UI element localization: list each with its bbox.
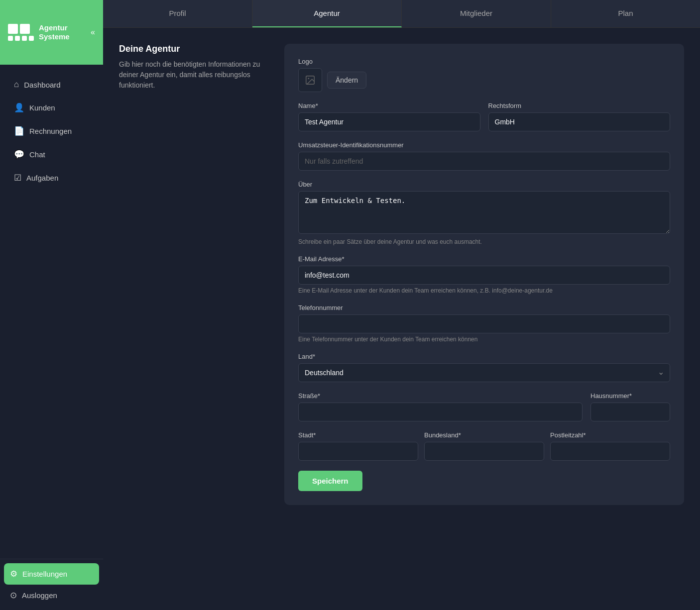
sidebar-item-label: Rechnungen: [29, 127, 72, 135]
page-title: Deine Agentur: [119, 44, 268, 54]
bundesland-label: Bundesland*: [424, 431, 544, 439]
save-button[interactable]: Speichern: [298, 471, 362, 491]
telefon-section: Telefonnummer Eine Telefonnummer unter d…: [298, 304, 670, 343]
telefon-label: Telefonnummer: [298, 304, 670, 311]
form-card: Logo Ändern Name*: [284, 44, 684, 505]
sidebar-item-rechnungen[interactable]: 📄 Rechnungen: [4, 120, 99, 142]
chat-icon: 💬: [14, 149, 24, 160]
ueber-textarea[interactable]: Zum Entwickeln & Testen.: [298, 191, 670, 234]
sidebar-nav: ⌂ Dashboard 👤 Kunden 📄 Rechnungen 💬 Chat…: [0, 65, 103, 559]
sidebar-item-einstellungen[interactable]: ⚙ Einstellungen: [4, 563, 99, 585]
sidebar-logo-area: Agentur Systeme «: [0, 0, 103, 65]
telefon-hint: Eine Telefonnummer unter der Kunden dein…: [298, 336, 670, 343]
tabs-bar: Profil Agentur Mitglieder Plan: [103, 0, 700, 28]
hausnummer-field-group: Hausnummer*: [590, 392, 670, 421]
bundesland-input[interactable]: [424, 442, 544, 461]
collapse-button[interactable]: «: [91, 28, 95, 37]
rechtsform-field-group: Rechtsform: [488, 102, 671, 131]
stadt-bundesland-plz-row: Stadt* Bundesland* Postleitzahl*: [298, 431, 670, 461]
postleitzahl-input[interactable]: [550, 442, 670, 461]
email-hint: Eine E-Mail Adresse unter der Kunden dei…: [298, 287, 670, 294]
land-select-wrapper: Deutschland Österreich Schweiz: [298, 363, 670, 382]
logo-sq-5: [22, 36, 27, 41]
rechtsform-label: Rechtsform: [488, 102, 671, 109]
sidebar-bottom: ⚙ Einstellungen ⊙ Ausloggen: [0, 559, 103, 610]
sidebar-item-label: Chat: [29, 150, 45, 159]
email-label: E-Mail Adresse*: [298, 255, 670, 263]
name-rechtsform-row: Name* Rechtsform: [298, 102, 670, 131]
page-content: Deine Agentur Gib hier noch die benötigt…: [103, 28, 700, 521]
logo-section: Logo Ändern: [298, 58, 670, 92]
name-input[interactable]: [298, 112, 480, 131]
name-field-group: Name*: [298, 102, 480, 131]
stadt-input[interactable]: [298, 442, 418, 461]
umsatzsteuer-section: Umsatzsteuer-Identifikationsnummer: [298, 141, 670, 171]
ausloggen-icon: ⊙: [10, 590, 17, 601]
sidebar-item-label: Einstellungen: [22, 570, 67, 578]
page-description-text: Gib hier noch die benötigten Information…: [119, 59, 268, 91]
land-select[interactable]: Deutschland Österreich Schweiz: [298, 363, 670, 382]
tab-agentur[interactable]: Agentur: [252, 0, 402, 27]
image-icon: [305, 75, 316, 86]
sidebar-item-aufgaben[interactable]: ☑ Aufgaben: [4, 167, 99, 189]
tab-plan[interactable]: Plan: [551, 0, 700, 27]
logo-text: Agentur Systeme: [39, 23, 70, 41]
tab-profil[interactable]: Profil: [103, 0, 252, 27]
email-section: E-Mail Adresse* Eine E-Mail Adresse unte…: [298, 255, 670, 294]
logo-sq-1: [8, 24, 18, 34]
strasse-field-group: Straße*: [298, 392, 583, 421]
name-label: Name*: [298, 102, 480, 109]
sidebar-item-label: Kunden: [29, 103, 55, 112]
hausnummer-label: Hausnummer*: [590, 392, 670, 400]
telefon-input[interactable]: [298, 314, 670, 333]
bundesland-field-group: Bundesland*: [424, 431, 544, 461]
logo-sq-6: [29, 36, 34, 41]
umsatzsteuer-label: Umsatzsteuer-Identifikationsnummer: [298, 141, 670, 149]
postleitzahl-field-group: Postleitzahl*: [550, 431, 670, 461]
ueber-section: Über Zum Entwickeln & Testen. Schreibe e…: [298, 181, 670, 245]
sidebar-item-ausloggen[interactable]: ⊙ Ausloggen: [4, 585, 99, 606]
strasse-label: Straße*: [298, 392, 583, 400]
email-input[interactable]: [298, 266, 670, 285]
tab-mitglieder[interactable]: Mitglieder: [402, 0, 551, 27]
dashboard-icon: ⌂: [14, 80, 19, 90]
svg-point-1: [308, 78, 309, 79]
logo-sq-4: [15, 36, 20, 41]
sidebar-item-label: Dashboard: [24, 81, 60, 89]
hausnummer-input[interactable]: [590, 403, 670, 421]
main-content: Profil Agentur Mitglieder Plan Deine Age…: [103, 0, 700, 610]
sidebar-item-chat[interactable]: 💬 Chat: [4, 143, 99, 166]
sidebar: Agentur Systeme « ⌂ Dashboard 👤 Kunden 📄…: [0, 0, 103, 610]
logo-change-button[interactable]: Ändern: [327, 72, 366, 89]
logo-placeholder: [298, 68, 322, 92]
kunden-icon: 👤: [14, 102, 24, 113]
logo-preview-area: Ändern: [298, 68, 670, 92]
stadt-field-group: Stadt*: [298, 431, 418, 461]
strasse-hausnummer-row: Straße* Hausnummer*: [298, 392, 670, 421]
land-section: Land* Deutschland Österreich Schweiz: [298, 353, 670, 382]
einstellungen-icon: ⚙: [10, 569, 17, 579]
logo-sq-2: [20, 24, 30, 34]
rechnungen-icon: 📄: [14, 126, 24, 136]
sidebar-item-dashboard[interactable]: ⌂ Dashboard: [4, 74, 99, 96]
postleitzahl-label: Postleitzahl*: [550, 431, 670, 439]
rechtsform-input[interactable]: [488, 112, 671, 131]
strasse-input[interactable]: [298, 403, 583, 421]
sidebar-item-label: Aufgaben: [26, 174, 58, 182]
umsatzsteuer-input[interactable]: [298, 152, 670, 171]
sidebar-item-label: Ausloggen: [22, 591, 57, 600]
logo-label: Logo: [298, 58, 670, 65]
stadt-label: Stadt*: [298, 431, 418, 439]
aufgaben-icon: ☑: [14, 173, 21, 183]
ueber-hint: Schreibe ein paar Sätze über deine Agent…: [298, 238, 670, 245]
logo-mark: [8, 24, 34, 41]
save-section: Speichern: [298, 471, 670, 491]
page-description: Deine Agentur Gib hier noch die benötigt…: [119, 44, 268, 505]
land-label: Land*: [298, 353, 670, 360]
logo-sq-3: [8, 36, 13, 41]
sidebar-item-kunden[interactable]: 👤 Kunden: [4, 97, 99, 119]
ueber-label: Über: [298, 181, 670, 188]
